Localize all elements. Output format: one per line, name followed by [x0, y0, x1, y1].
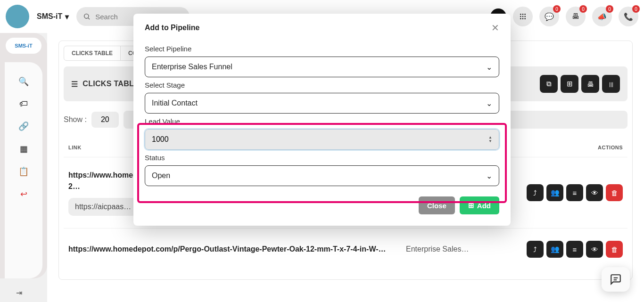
number-spinner[interactable]: ▲▼ — [488, 136, 492, 143]
modal-title: Add to Pipeline — [145, 24, 199, 32]
modal-backdrop: Add to Pipeline ✕ Select Pipeline Enterp… — [0, 0, 644, 302]
chevron-down-icon: ⌄ — [486, 99, 492, 108]
plus-icon: ⊞ — [468, 201, 474, 210]
modal-close-button[interactable]: ✕ — [491, 22, 499, 33]
pipeline-label: Select Pipeline — [145, 45, 499, 53]
lead-value-field[interactable]: ▲▼ — [145, 129, 499, 150]
lead-value-input[interactable] — [152, 135, 488, 144]
close-button-label: Close — [427, 202, 446, 210]
status-value: Open — [152, 171, 170, 180]
stage-label: Select Stage — [145, 81, 499, 89]
add-button[interactable]: ⊞ Add — [460, 196, 499, 214]
chevron-down-icon: ⌄ — [486, 171, 492, 180]
add-to-pipeline-modal: Add to Pipeline ✕ Select Pipeline Enterp… — [133, 14, 511, 226]
chat-bubble-icon — [609, 273, 623, 286]
status-label: Status — [145, 154, 499, 162]
chat-fab[interactable] — [602, 267, 630, 292]
stage-select[interactable]: Initial Contact ⌄ — [145, 93, 499, 114]
stage-value: Initial Contact — [152, 99, 198, 107]
status-select[interactable]: Open ⌄ — [145, 165, 499, 186]
close-icon: ✕ — [491, 23, 499, 33]
pipeline-select[interactable]: Enterprise Sales Funnel ⌄ — [145, 57, 499, 77]
chevron-down-icon: ⌄ — [486, 63, 492, 72]
add-button-label: Add — [477, 202, 491, 210]
close-button[interactable]: Close — [419, 196, 455, 214]
pipeline-value: Enterprise Sales Funnel — [152, 63, 232, 71]
lead-value-label: Lead Value — [145, 117, 499, 125]
